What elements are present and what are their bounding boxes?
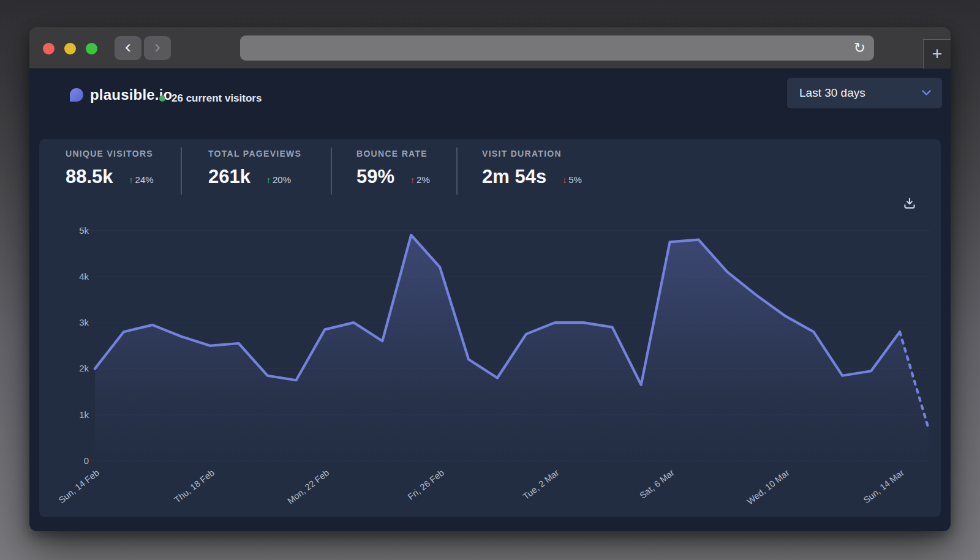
refresh-icon[interactable]: ↻	[854, 40, 865, 56]
chevron-down-icon	[922, 90, 931, 96]
y-axis-tick-label: 1k	[52, 409, 89, 420]
zoom-window-button[interactable]	[86, 43, 97, 54]
close-window-button[interactable]	[43, 43, 55, 54]
browser-window: ‹ › ↻ + plausible.io 26 current visitors…	[29, 28, 951, 531]
visitors-line-chart	[39, 139, 941, 517]
plus-icon: +	[932, 44, 943, 64]
back-button[interactable]: ‹	[115, 36, 141, 60]
plausible-logo-icon	[70, 88, 83, 102]
new-tab-button[interactable]: +	[923, 39, 951, 69]
live-visitors[interactable]: 26 current visitors	[159, 92, 262, 105]
browser-toolbar: ‹ › ↻ +	[29, 28, 951, 69]
y-axis-tick-label: 2k	[52, 363, 89, 373]
minimize-window-button[interactable]	[64, 43, 76, 54]
visitors-chart[interactable]: 5k4k3k2k1k0Sun, 14 FebThu, 18 FebMon, 22…	[39, 139, 941, 517]
y-axis-tick-label: 0	[52, 455, 89, 466]
y-axis-tick-label: 3k	[52, 317, 89, 327]
forward-button[interactable]: ›	[144, 36, 171, 60]
date-range-value: Last 30 days	[799, 86, 922, 100]
live-indicator-dot-icon	[159, 95, 165, 102]
forward-chevron-icon: ›	[154, 37, 160, 56]
y-axis-tick-label: 5k	[52, 225, 89, 236]
analytics-card: UNIQUE VISITORS 88.5k ↑24% TOTAL PAGEVIE…	[39, 139, 941, 517]
site-brand: plausible.io	[70, 86, 172, 103]
date-range-dropdown[interactable]: Last 30 days	[787, 78, 942, 108]
y-axis-tick-label: 4k	[52, 271, 89, 282]
dashboard-header: plausible.io 26 current visitors Last 30…	[29, 69, 951, 139]
dashboard-page: plausible.io 26 current visitors Last 30…	[29, 69, 951, 531]
chart-area-fill	[95, 235, 929, 461]
address-bar[interactable]: ↻	[240, 35, 874, 61]
live-visitors-label: 26 current visitors	[172, 92, 262, 105]
back-chevron-icon: ‹	[125, 37, 131, 56]
